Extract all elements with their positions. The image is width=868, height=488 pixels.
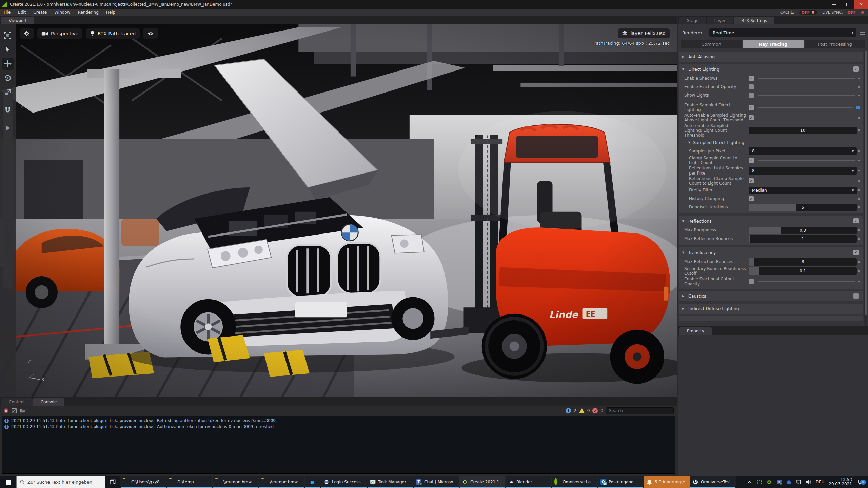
reset-indicator[interactable]	[858, 78, 860, 79]
warning-icon[interactable]	[579, 408, 585, 413]
reflections-clamp-sample-count-checkbox[interactable]	[749, 178, 754, 183]
network-display-icon[interactable]	[796, 479, 802, 485]
section-indirect-diffuse-lighting[interactable]: ▶Indirect Diffuse Lighting	[679, 304, 863, 314]
taskbar-clock[interactable]: 13:53 29.03.2021	[829, 477, 852, 486]
taskbar-item-create[interactable]: Create 2021.1....	[459, 476, 505, 488]
viewport[interactable]: Linde EE	[0, 24, 677, 396]
enable-fractional-cutout-opacity-checkbox[interactable]	[749, 279, 754, 284]
subtab-ray-tracing[interactable]: Ray Tracing	[743, 40, 803, 48]
viewport-settings-button[interactable]	[20, 28, 34, 39]
console-log-area[interactable]: i 2021-03-29 11:51:43 [Info] [omni.clien…	[2, 416, 675, 474]
taskbar-item-folder-dtemp[interactable]: D:\temp	[166, 476, 212, 488]
viewport-render[interactable]: Linde EE	[0, 24, 677, 396]
action-center-button[interactable]: 10	[856, 479, 865, 485]
subtab-post-processing[interactable]: Post Processing	[805, 40, 865, 48]
reflections-enabled-checkbox[interactable]	[853, 218, 859, 223]
reset-indicator[interactable]	[858, 150, 860, 152]
reset-indicator[interactable]	[858, 180, 860, 182]
taskbar-item-reminder[interactable]: 5 Erinnerung(e...	[644, 476, 690, 488]
reset-indicator[interactable]	[858, 206, 860, 208]
caustics-enabled-checkbox[interactable]	[853, 293, 859, 299]
omniverse-tray-icon[interactable]	[767, 479, 772, 485]
menu-edit[interactable]: Edit	[14, 10, 29, 15]
frame-select-tool-button[interactable]	[2, 29, 14, 41]
settings-scrollbar[interactable]	[864, 51, 867, 326]
taskbar-item-chrome[interactable]: Login Success ...	[321, 476, 367, 488]
cache-toggle[interactable]: OFF	[799, 10, 817, 15]
console-search-input[interactable]	[606, 407, 674, 414]
section-anti-aliasing[interactable]: ▶Anti-Aliasing	[679, 52, 863, 62]
renderer-dropdown[interactable]: Real-Time	[709, 28, 856, 37]
scale-tool-button[interactable]	[2, 86, 14, 98]
maximize-button[interactable]	[841, 0, 854, 9]
clear-console-icon[interactable]	[3, 408, 9, 413]
reset-indicator[interactable]	[858, 129, 860, 131]
layer-badge[interactable]: layer_Felix.usd	[618, 28, 670, 38]
direct-lighting-enabled-checkbox[interactable]	[853, 66, 859, 72]
reset-indicator[interactable]	[858, 117, 860, 119]
auto-enable-sampled-lighting-checkbox[interactable]	[749, 115, 754, 120]
firefly-filter-dropdown[interactable]: Median	[749, 187, 857, 194]
tab-layer[interactable]: Layer	[707, 17, 733, 24]
taskbar-item-internet-explorer[interactable]: e	[304, 476, 321, 488]
menu-file[interactable]: File	[0, 10, 14, 15]
renderer-menu-icon[interactable]	[860, 30, 865, 35]
denoiser-iterations-slider[interactable]: 5	[749, 204, 857, 211]
max-reflection-bounces-slider[interactable]: 1	[749, 235, 857, 243]
reset-indicator[interactable]	[858, 95, 860, 96]
taskbar-item-task-manager[interactable]: Task-Manager	[367, 476, 413, 488]
move-tool-button[interactable]	[2, 58, 14, 70]
reflections-header[interactable]: ▼Reflections	[679, 216, 863, 226]
snap-tool-button[interactable]	[2, 104, 14, 116]
max-refraction-bounces-slider[interactable]: 6	[749, 258, 857, 266]
translucency-enabled-checkbox[interactable]	[853, 250, 859, 255]
reset-indicator[interactable]	[858, 86, 860, 88]
tab-property[interactable]: Property	[679, 327, 712, 335]
minimize-button[interactable]	[827, 0, 841, 9]
rotate-tool-button[interactable]	[2, 72, 14, 84]
render-mode-button[interactable]: RTX Path-traced	[86, 28, 140, 39]
show-lights-checkbox[interactable]	[749, 93, 754, 98]
reset-indicator[interactable]	[858, 198, 860, 200]
reset-indicator[interactable]	[858, 160, 860, 161]
tab-rtx-settings[interactable]: RTX Settings	[734, 17, 774, 24]
visibility-button[interactable]	[143, 28, 158, 39]
taskbar-search[interactable]: Zur Suche Text hier eingeben	[16, 476, 105, 488]
tab-content[interactable]: Content	[1, 398, 33, 406]
light-count-threshold-field[interactable]: 10	[749, 127, 857, 134]
tray-chevron-icon[interactable]	[747, 479, 752, 485]
onedrive-tray-icon[interactable]	[786, 479, 792, 485]
keyboard-language[interactable]: DEU	[816, 480, 825, 484]
reset-indicator[interactable]	[858, 238, 860, 240]
section-caustics[interactable]: ▶Caustics	[679, 291, 863, 301]
reset-indicator[interactable]	[858, 229, 860, 231]
max-roughness-slider[interactable]: 0.3	[749, 227, 857, 234]
secondary-bounce-roughness-cutoff-slider[interactable]: 0.1	[749, 267, 857, 275]
open-log-folder-icon[interactable]	[20, 408, 26, 413]
error-icon[interactable]: ✕	[592, 408, 598, 413]
samples-per-pixel-dropdown[interactable]: 8	[749, 147, 857, 155]
subtab-common[interactable]: Common	[681, 40, 742, 48]
tab-console[interactable]: Console	[33, 398, 64, 406]
reset-indicator[interactable]	[858, 170, 860, 171]
start-button[interactable]	[0, 476, 16, 488]
reflections-light-samples-dropdown[interactable]: 8	[749, 167, 857, 175]
taskbar-item-blender[interactable]: Blender	[505, 476, 551, 488]
taskbar-item-teams[interactable]: T Chat | Microso...	[413, 476, 459, 488]
menu-rendering[interactable]: Rendering	[74, 10, 102, 15]
reset-indicator[interactable]	[858, 261, 860, 263]
taskbar-item-folder-europe2[interactable]: \\europe.bmw...	[258, 476, 304, 488]
tab-viewport[interactable]: Viewport	[1, 17, 34, 24]
menu-create[interactable]: Create	[29, 10, 51, 15]
play-button[interactable]	[2, 122, 14, 134]
taskbar-item-omniverse-launcher[interactable]: Omniverse La...	[551, 476, 597, 488]
taskbar-item-outlook[interactable]: O Posteingang - ...	[597, 476, 644, 488]
taskbar-item-folder-europe1[interactable]: \\europe.bmw...	[212, 476, 258, 488]
snip-tool-icon[interactable]	[757, 479, 762, 485]
task-view-button[interactable]	[105, 476, 120, 488]
camera-mode-button[interactable]: Perspective	[37, 28, 82, 39]
enable-shadows-checkbox[interactable]	[749, 76, 754, 81]
history-clamping-checkbox[interactable]	[749, 196, 754, 201]
volume-icon[interactable]	[806, 479, 811, 485]
tab-stage[interactable]: Stage	[679, 17, 706, 24]
